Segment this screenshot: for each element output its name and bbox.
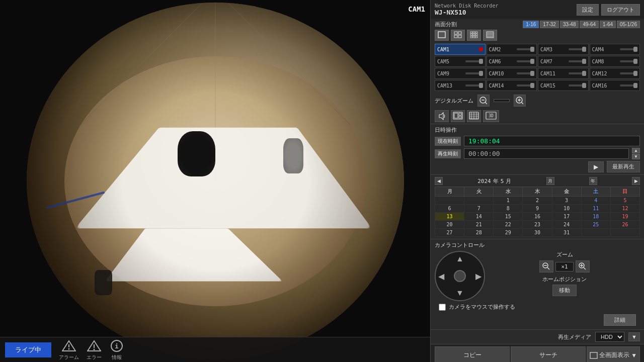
calendar-day[interactable]: 31 <box>552 229 581 237</box>
audio-btn[interactable] <box>435 110 449 122</box>
error-icon[interactable] <box>87 339 102 353</box>
cam-cell-13[interactable]: CAM13 <box>435 80 486 91</box>
search-button[interactable]: サーチ <box>511 346 586 362</box>
cam-cell-16[interactable]: CAM16 <box>590 80 640 91</box>
cam-cell-8[interactable]: CAM8 <box>590 56 640 67</box>
latest-button[interactable]: 最新再生 <box>607 161 640 172</box>
calendar-day[interactable]: 20 <box>435 221 464 229</box>
playback-time-value[interactable]: 00:00:00 <box>464 148 629 159</box>
month-nav-2[interactable]: 年 <box>589 177 597 185</box>
cam-cell-12[interactable]: CAM12 <box>590 68 640 79</box>
time-spinner[interactable]: ▲ ▼ <box>632 148 640 159</box>
settings-button[interactable]: 設定 <box>577 4 599 16</box>
cam-cell-7[interactable]: CAM7 <box>538 56 589 67</box>
alarm-group[interactable]: アラーム <box>59 339 79 361</box>
cam-cell-6[interactable]: CAM6 <box>487 56 537 67</box>
div-3x3[interactable] <box>467 30 481 41</box>
calendar-day[interactable]: 15 <box>494 213 523 221</box>
playback-media-select[interactable]: HDD SD <box>595 332 624 342</box>
cam-zoom-in-btn[interactable] <box>576 260 590 273</box>
div-4x4[interactable] <box>483 30 497 41</box>
calendar-day[interactable]: 6 <box>435 205 464 213</box>
info-icon[interactable]: i <box>109 339 124 353</box>
calendar-day[interactable]: 10 <box>552 205 581 213</box>
fullscreen-button[interactable]: 全画面表示 ▼ <box>587 346 640 362</box>
calendar-day[interactable]: 28 <box>464 229 494 237</box>
fullscreen-label: 全画面表示 <box>599 351 629 359</box>
ptz-center[interactable] <box>454 270 466 282</box>
ptz-right-btn[interactable]: ▶ <box>475 272 481 281</box>
view-btn-1[interactable] <box>451 110 465 122</box>
cam-cell-14[interactable]: CAM14 <box>487 80 537 91</box>
digital-zoom-label: デジタルズーム <box>435 97 473 105</box>
cam-cell-5[interactable]: CAM5 <box>435 56 486 67</box>
time-down-btn[interactable]: ▼ <box>632 154 640 159</box>
calendar-day[interactable]: 16 <box>523 213 552 221</box>
view-btn-2[interactable] <box>467 110 481 122</box>
cam-zoom-out-btn[interactable] <box>539 260 553 273</box>
layout-tab-1[interactable]: 1-16 <box>523 21 539 28</box>
calendar-day[interactable]: 11 <box>581 205 610 213</box>
zoom-out-btn[interactable] <box>477 95 490 107</box>
view-btn-3[interactable]: 3D <box>483 110 499 122</box>
ptz-up-btn[interactable]: ▲ <box>456 254 464 263</box>
calendar-day[interactable]: 22 <box>494 221 523 229</box>
cam-cell-4[interactable]: CAM4 <box>590 44 640 55</box>
calendar-day[interactable]: 1 <box>494 197 523 205</box>
calendar-day[interactable]: 4 <box>581 197 610 205</box>
calendar-day[interactable]: 14 <box>464 213 494 221</box>
ptz-left-btn[interactable]: ◀ <box>438 272 444 281</box>
cam-cell-2[interactable]: CAM2 <box>487 44 537 55</box>
calendar-day[interactable]: 26 <box>610 221 639 229</box>
move-button[interactable]: 移動 <box>552 285 577 296</box>
layout-tab-5[interactable]: 1-64 <box>600 21 616 28</box>
zoom-in-btn[interactable] <box>514 95 526 107</box>
copy-button[interactable]: コピー <box>435 346 510 362</box>
ptz-down-btn[interactable]: ▼ <box>456 289 464 298</box>
calendar-day[interactable]: 17 <box>552 213 581 221</box>
cam-cell-3[interactable]: CAM3 <box>538 44 589 55</box>
calendar-day[interactable]: 5 <box>610 197 639 205</box>
calendar-day[interactable]: 30 <box>523 229 552 237</box>
layout-tab-2[interactable]: 17-32 <box>540 21 559 28</box>
layout-tab-6[interactable]: 05-1/26 <box>617 21 640 28</box>
cam-cell-10[interactable]: CAM10 <box>487 68 537 79</box>
layout-tab-3[interactable]: 33-48 <box>560 21 579 28</box>
prev-month-btn[interactable]: ◀ <box>435 177 443 185</box>
media-dropdown-btn[interactable]: ▼ <box>628 332 640 341</box>
alarm-icon[interactable] <box>61 339 76 353</box>
calendar-day[interactable]: 29 <box>494 229 523 237</box>
time-up-btn[interactable]: ▲ <box>632 148 640 153</box>
calendar-day[interactable]: 2 <box>523 197 552 205</box>
cam-cell-9[interactable]: CAM9 <box>435 68 486 79</box>
mouse-control-checkbox[interactable] <box>439 304 446 311</box>
logout-button[interactable]: ログアウト <box>601 4 640 16</box>
layout-tab-4[interactable]: 49-64 <box>580 21 599 28</box>
next-month-btn[interactable]: ▶ <box>632 177 640 185</box>
div-2x2[interactable] <box>451 30 465 41</box>
calendar-day[interactable]: 24 <box>552 221 581 229</box>
calendar-day[interactable]: 18 <box>581 213 610 221</box>
calendar-day[interactable]: 23 <box>523 221 552 229</box>
calendar-day[interactable]: 9 <box>523 205 552 213</box>
month-nav-1[interactable]: 月 <box>546 177 554 185</box>
calendar-day[interactable]: 12 <box>610 205 639 213</box>
calendar-day[interactable]: 25 <box>581 221 610 229</box>
cam-cell-15[interactable]: CAM15 <box>538 80 589 91</box>
div-1x1[interactable] <box>435 30 449 41</box>
info-group[interactable]: i 情報 <box>109 339 124 361</box>
calendar-day[interactable]: 27 <box>435 229 464 237</box>
calendar-day[interactable]: 21 <box>464 221 494 229</box>
error-group[interactable]: エラー <box>87 339 102 361</box>
calendar-day[interactable]: 19 <box>610 213 639 221</box>
ptz-joystick[interactable]: ▲ ▼ ◀ ▶ <box>435 251 485 301</box>
calendar-day[interactable]: 3 <box>552 197 581 205</box>
detail-button[interactable]: 詳細 <box>604 314 636 326</box>
live-button[interactable]: ライブ中 <box>5 342 51 357</box>
calendar-day[interactable]: 8 <box>494 205 523 213</box>
cam-cell-11[interactable]: CAM11 <box>538 68 589 79</box>
calendar-day[interactable]: 7 <box>464 205 494 213</box>
cam-cell-1[interactable]: CAM1 <box>435 44 486 55</box>
calendar-day[interactable]: 13 <box>435 213 464 221</box>
play-button[interactable]: ▶ <box>588 161 604 172</box>
